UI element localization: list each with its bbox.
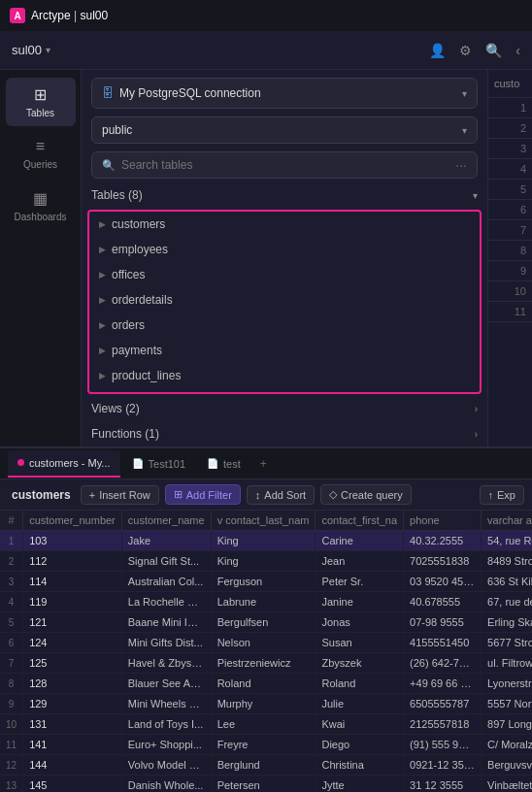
table-row[interactable]: 3 114 Australian Col... Ferguson Peter S… xyxy=(0,572,532,592)
back-icon[interactable]: ‹ xyxy=(515,43,520,58)
phone-cell[interactable]: 03 9520 4555 xyxy=(404,572,482,592)
customer-number-cell[interactable]: 114 xyxy=(23,572,122,592)
addr1-cell[interactable]: 5557 North P... xyxy=(482,694,532,714)
customer-number-cell[interactable]: 121 xyxy=(23,612,122,633)
contact-first-cell[interactable]: Jonas xyxy=(316,612,404,633)
contact-first-cell[interactable]: Peter Sr. xyxy=(316,572,404,592)
col-phone[interactable]: phone xyxy=(404,511,482,531)
customer-name-cell[interactable]: Baane Mini Im... xyxy=(121,612,211,633)
col-contact-last[interactable]: v contact_last_nam xyxy=(211,511,316,531)
table-row[interactable]: 4 119 La Rochelle Gi... Labrune Janine 4… xyxy=(0,592,532,612)
customer-number-cell[interactable]: 112 xyxy=(23,551,122,572)
contact-last-cell[interactable]: King xyxy=(211,531,316,551)
table-row[interactable]: 7 125 Havel & Zbysz... Piestrzeniewicz Z… xyxy=(0,653,532,674)
search-icon[interactable]: 🔍 xyxy=(485,43,502,58)
table-item-employees[interactable]: ▶ employees xyxy=(89,237,480,262)
customer-name-cell[interactable]: Land of Toys I... xyxy=(121,714,211,735)
add-tab-button[interactable]: + xyxy=(252,453,275,475)
table-row[interactable]: 11 141 Euro+ Shoppi... Freyre Diego (91)… xyxy=(0,735,532,755)
insert-row-button[interactable]: + Insert Row xyxy=(81,485,159,505)
table-row[interactable]: 6 124 Mini Gifts Dist... Nelson Susan 41… xyxy=(0,633,532,653)
phone-cell[interactable]: 07-98 9555 xyxy=(404,612,482,633)
contact-first-cell[interactable]: Roland xyxy=(316,674,404,694)
table-row[interactable]: 5 121 Baane Mini Im... Bergulfsen Jonas … xyxy=(0,612,532,633)
phone-cell[interactable]: 31 12 3555 xyxy=(404,776,482,793)
phone-cell[interactable]: 40.32.2555 xyxy=(404,531,482,551)
add-filter-button[interactable]: ⊞ Add Filter xyxy=(165,484,241,505)
contact-last-cell[interactable]: Petersen xyxy=(211,776,316,793)
table-row[interactable]: 10 131 Land of Toys I... Lee Kwai 212555… xyxy=(0,714,532,735)
customer-name-cell[interactable]: Jake xyxy=(121,531,211,551)
contact-first-cell[interactable]: Janine xyxy=(316,592,404,612)
customer-name-cell[interactable]: Volvo Model R... xyxy=(121,755,211,776)
contact-first-cell[interactable]: Carine xyxy=(316,531,404,551)
customer-number-cell[interactable]: 125 xyxy=(23,653,122,674)
contact-last-cell[interactable]: Freyre xyxy=(211,735,316,755)
tab-test[interactable]: 📄 test xyxy=(197,450,250,478)
tables-section-header[interactable]: Tables (8) ▾ xyxy=(82,182,487,208)
phone-cell[interactable]: 4155551450 xyxy=(404,633,482,653)
addr1-cell[interactable]: Lyonerstr. 34 xyxy=(482,674,532,694)
contact-first-cell[interactable]: Kwai xyxy=(316,714,404,735)
search-input[interactable] xyxy=(121,158,449,172)
addr1-cell[interactable]: 67, rue des Cl... xyxy=(482,592,532,612)
contact-last-cell[interactable]: Lee xyxy=(211,714,316,735)
db-selector[interactable]: 🗄 My PostgreSQL connection ▾ xyxy=(91,78,478,109)
sidebar-item-tables[interactable]: ⊞ Tables xyxy=(6,78,76,126)
contact-last-cell[interactable]: King xyxy=(211,551,316,572)
contact-first-cell[interactable]: Zbyszek xyxy=(316,653,404,674)
contact-last-cell[interactable]: Bergulfsen xyxy=(211,612,316,633)
addr1-cell[interactable]: Erling Skakka... xyxy=(482,612,532,633)
table-item-payments[interactable]: ▶ payments xyxy=(89,338,480,363)
sidebar-item-queries[interactable]: ≡ Queries xyxy=(6,130,76,178)
table-row[interactable]: 1 103 Jake King Carine 40.32.2555 54, ru… xyxy=(0,531,532,551)
export-button[interactable]: ↑ Exp xyxy=(480,485,524,505)
phone-cell[interactable]: 2125557818 xyxy=(404,714,482,735)
customer-number-cell[interactable]: 141 xyxy=(23,735,122,755)
search-more-icon[interactable]: ··· xyxy=(455,157,467,173)
customer-number-cell[interactable]: 131 xyxy=(23,714,122,735)
contact-first-cell[interactable]: Jytte xyxy=(316,776,404,793)
col-customer-name[interactable]: customer_name xyxy=(121,511,211,531)
contact-last-cell[interactable]: Piestrzeniewicz xyxy=(211,653,316,674)
addr1-cell[interactable]: 8489 Strong St. xyxy=(482,551,532,572)
table-row[interactable]: 13 145 Danish Whole... Petersen Jytte 31… xyxy=(0,776,532,793)
table-item-customers[interactable]: ▶ customers xyxy=(89,212,480,237)
table-row[interactable]: 8 128 Blauer See Au... Roland Roland +49… xyxy=(0,674,532,694)
phone-cell[interactable]: (91) 555 94 44 xyxy=(404,735,482,755)
col-customer-number[interactable]: customer_number xyxy=(23,511,122,531)
contact-first-cell[interactable]: Jean xyxy=(316,551,404,572)
table-row[interactable]: 9 129 Mini Wheels C... Murphy Julie 6505… xyxy=(0,694,532,714)
add-sort-button[interactable]: ↕ Add Sort xyxy=(247,485,315,505)
addr1-cell[interactable]: 54, rue Royale xyxy=(482,531,532,551)
contact-last-cell[interactable]: Nelson xyxy=(211,633,316,653)
customer-number-cell[interactable]: 144 xyxy=(23,755,122,776)
contact-last-cell[interactable]: Labrune xyxy=(211,592,316,612)
phone-cell[interactable]: 40.678555 xyxy=(404,592,482,612)
addr1-cell[interactable]: Berguvsväge... xyxy=(482,755,532,776)
customer-name-cell[interactable]: Australian Col... xyxy=(121,572,211,592)
contact-first-cell[interactable]: Christina xyxy=(316,755,404,776)
table-item-offices[interactable]: ▶ offices xyxy=(89,262,480,287)
customer-name-cell[interactable]: Mini Gifts Dist... xyxy=(121,633,211,653)
customer-name-cell[interactable]: La Rochelle Gi... xyxy=(121,592,211,612)
phone-cell[interactable]: 7025551838 xyxy=(404,551,482,572)
table-row[interactable]: 12 144 Volvo Model R... Berglund Christi… xyxy=(0,755,532,776)
contact-first-cell[interactable]: Julie xyxy=(316,694,404,714)
contact-last-cell[interactable]: Berglund xyxy=(211,755,316,776)
addr1-cell[interactable]: 897 Long Airp... xyxy=(482,714,532,735)
workspace-selector[interactable]: sul00 ▾ xyxy=(12,43,50,57)
user-icon[interactable]: 👤 xyxy=(429,43,446,58)
customer-number-cell[interactable]: 124 xyxy=(23,633,122,653)
col-addr1[interactable]: varchar address_line1 xyxy=(482,511,532,531)
contact-first-cell[interactable]: Susan xyxy=(316,633,404,653)
customer-number-cell[interactable]: 119 xyxy=(23,592,122,612)
addr1-cell[interactable]: C/ Moralzarza... xyxy=(482,735,532,755)
contact-last-cell[interactable]: Ferguson xyxy=(211,572,316,592)
tab-customers[interactable]: customers - My... xyxy=(8,450,120,478)
addr1-cell[interactable]: 5677 Strong St. xyxy=(482,633,532,653)
schema-selector[interactable]: public ▾ xyxy=(91,116,478,144)
functions-section-header[interactable]: Functions (1) › xyxy=(82,421,487,446)
addr1-cell[interactable]: ul. Filtrowa 68 xyxy=(482,653,532,674)
table-item-products[interactable]: ▶ products xyxy=(89,388,480,394)
